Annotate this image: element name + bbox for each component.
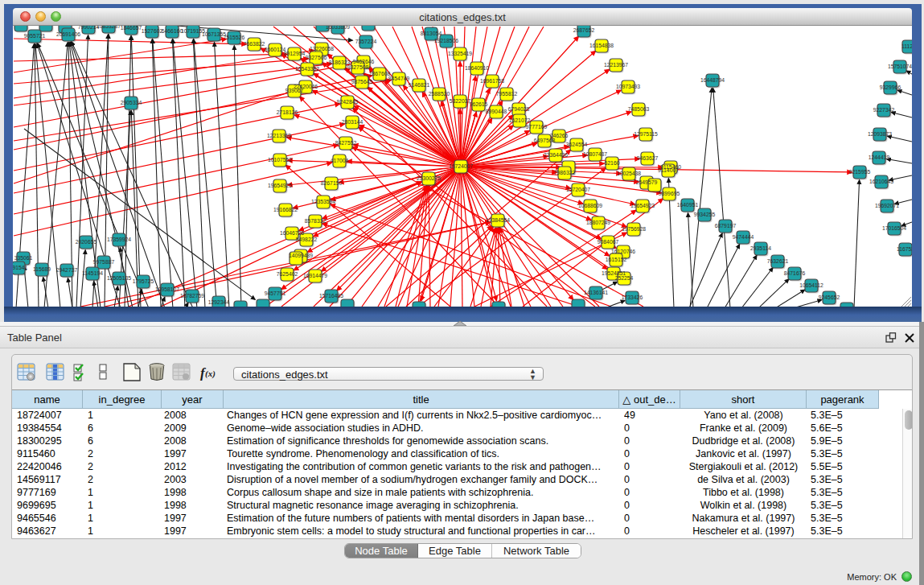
- svg-text:13226058: 13226058: [310, 46, 334, 51]
- svg-text:16782759: 16782759: [180, 293, 204, 299]
- svg-text:12093873: 12093873: [868, 131, 892, 137]
- svg-text:19756928: 19756928: [622, 226, 646, 232]
- svg-text:6794028: 6794028: [508, 106, 530, 112]
- svg-text:19384554: 19384554: [486, 217, 510, 223]
- svg-text:16154838: 16154838: [589, 43, 614, 48]
- svg-text:9084067: 9084067: [598, 239, 619, 245]
- svg-text:3624554: 3624554: [566, 142, 588, 147]
- svg-text:8660124: 8660124: [265, 47, 286, 52]
- svg-text:14099489: 14099489: [289, 253, 313, 258]
- svg-text:15751074: 15751074: [888, 64, 912, 69]
- svg-text:8990448: 8990448: [486, 109, 507, 114]
- svg-text:7625402: 7625402: [277, 271, 298, 277]
- svg-text:13325419: 13325419: [448, 51, 472, 56]
- svg-text:9875645: 9875645: [351, 79, 373, 84]
- svg-text:62160: 62160: [605, 160, 620, 166]
- svg-text:18640910: 18640910: [465, 65, 489, 71]
- svg-text:19692071: 19692071: [875, 203, 899, 208]
- svg-text:9934255: 9934255: [694, 212, 716, 217]
- svg-text:8454749: 8454749: [388, 76, 410, 81]
- svg-text:7663822: 7663822: [244, 41, 265, 47]
- svg-text:7357224: 7357224: [355, 39, 377, 44]
- svg-text:16961758: 16961758: [480, 78, 504, 84]
- svg-text:16210643: 16210643: [869, 179, 893, 184]
- svg-text:11124: 11124: [901, 43, 912, 49]
- svg-text:9114007: 9114007: [658, 167, 679, 173]
- svg-text:12505135: 12505135: [107, 275, 131, 281]
- svg-text:16033809: 16033809: [326, 26, 350, 30]
- svg-text:10654112: 10654112: [799, 282, 823, 288]
- svg-text:16046726: 16046726: [280, 230, 304, 236]
- svg-text:9327508: 9327508: [347, 64, 369, 70]
- svg-text:391541: 391541: [13, 265, 28, 270]
- svg-text:9055721: 9055721: [24, 33, 46, 39]
- svg-text:2905334: 2905334: [121, 100, 142, 105]
- svg-text:8267150: 8267150: [321, 180, 343, 186]
- svg-text:17359924: 17359924: [107, 237, 131, 242]
- svg-text:9146821: 9146821: [409, 82, 430, 88]
- svg-text:16914479: 16914479: [303, 273, 327, 278]
- svg-text:6466160: 6466160: [162, 28, 183, 34]
- svg-text:116753: 116753: [897, 246, 912, 252]
- svg-text:17016504: 17016504: [882, 225, 906, 231]
- svg-text:14136141: 14136141: [584, 290, 608, 295]
- svg-text:9245652: 9245652: [819, 295, 840, 300]
- svg-text:1244419: 1244419: [869, 154, 890, 160]
- svg-text:9227342: 9227342: [873, 107, 895, 113]
- svg-text:939067: 939067: [285, 88, 304, 93]
- svg-text:2803144: 2803144: [342, 119, 363, 125]
- svg-text:1615152: 1615152: [606, 257, 627, 262]
- svg-text:9462646: 9462646: [353, 59, 375, 64]
- svg-text:9242845: 9242845: [337, 99, 359, 105]
- svg-text:2549579: 2549579: [636, 179, 658, 185]
- svg-text:12975115: 12975115: [634, 131, 658, 137]
- svg-text:7485063: 7485063: [628, 106, 650, 112]
- svg-text:1145194: 1145194: [82, 270, 103, 276]
- svg-text:19654923: 19654923: [630, 203, 655, 208]
- svg-text:8427552: 8427552: [335, 140, 357, 146]
- svg-text:5498222: 5498222: [296, 237, 318, 242]
- svg-text:19218506: 19218506: [434, 38, 458, 43]
- svg-text:962615: 962615: [470, 101, 488, 107]
- svg-text:16448794: 16448794: [700, 77, 725, 83]
- svg-text:25300275: 25300275: [417, 175, 441, 181]
- svg-text:9463627: 9463627: [637, 155, 659, 161]
- svg-text:252254: 252254: [615, 275, 634, 281]
- svg-text:1527602: 1527602: [142, 28, 163, 34]
- svg-text:2935114: 2935114: [750, 245, 771, 251]
- svg-text:8471676: 8471676: [784, 270, 806, 276]
- svg-text:1733426: 1733426: [622, 295, 643, 300]
- svg-text:417004: 417004: [331, 158, 349, 163]
- svg-text:18724007: 18724007: [449, 163, 473, 169]
- svg-text:10671355: 10671355: [202, 31, 226, 37]
- svg-text:9777169: 9777169: [526, 124, 548, 130]
- svg-text:9975887: 9975887: [93, 259, 115, 265]
- svg-text:19654925: 19654925: [268, 183, 292, 188]
- svg-text:9899695: 9899695: [659, 191, 680, 196]
- svg-text:9474444: 9474444: [733, 234, 754, 240]
- svg-text:8578332: 8578332: [305, 218, 326, 224]
- svg-text:10025438: 10025438: [617, 171, 641, 176]
- svg-text:115689: 115689: [33, 266, 51, 272]
- svg-text:9329966: 9329966: [880, 84, 901, 90]
- svg-text:6497568: 6497568: [534, 138, 556, 143]
- svg-text:2588520: 2588520: [429, 91, 450, 97]
- svg-text:15720407: 15720407: [566, 187, 590, 192]
- svg-text:7986322: 7986322: [554, 170, 576, 175]
- svg-text:8912954: 8912954: [284, 51, 306, 56]
- svg-text:6879197: 6879197: [715, 223, 737, 229]
- svg-text:16543382: 16543382: [295, 66, 319, 72]
- svg-text:9327506: 9327506: [306, 55, 327, 60]
- svg-text:8813054: 8813054: [421, 31, 442, 36]
- svg-text:8215955: 8215955: [849, 169, 871, 175]
- svg-text:10973493: 10973493: [616, 84, 640, 89]
- svg-text:2718126: 2718126: [277, 109, 298, 115]
- svg-text:12213967: 12213967: [604, 62, 628, 68]
- svg-text:7632621: 7632621: [767, 258, 789, 264]
- svg-text:1292344: 1292344: [208, 299, 230, 305]
- svg-text:10807487: 10807487: [583, 151, 607, 157]
- svg-text:20691406: 20691406: [56, 31, 80, 37]
- svg-text:1846657: 1846657: [121, 26, 142, 31]
- svg-text:2942737: 2942737: [56, 267, 78, 273]
- svg-text:10688609: 10688609: [578, 203, 602, 208]
